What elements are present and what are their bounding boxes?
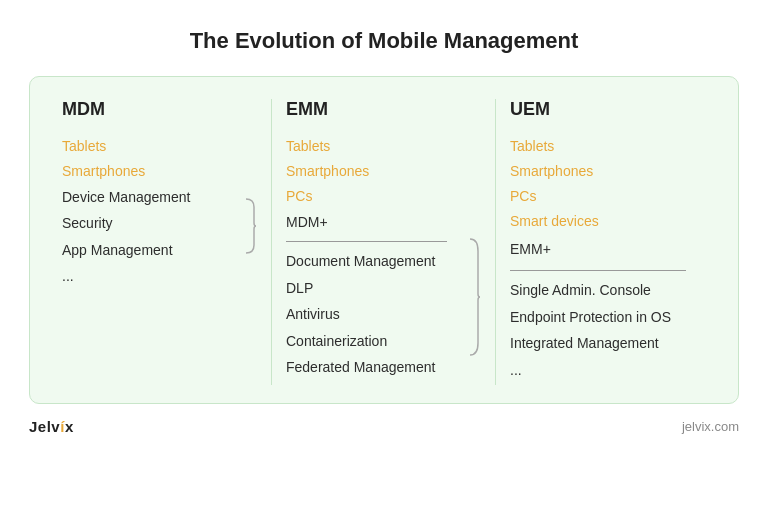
emm-orange-3: PCs [286, 186, 482, 207]
mdm-orange-1: Tablets [62, 136, 258, 157]
emm-divider [286, 241, 447, 242]
mdm-title: MDM [62, 99, 258, 120]
emm-title: EMM [286, 99, 482, 120]
emm-item-4: Containerization [286, 330, 465, 352]
emm-item-3: Antivirus [286, 303, 465, 325]
logo: Jelvíx [29, 418, 74, 435]
footer-url: jelvix.com [682, 419, 739, 434]
mdm-ellipsis: ... [62, 265, 258, 287]
uem-orange-1: Tablets [510, 136, 706, 157]
emm-divider-label: MDM+ [286, 211, 465, 233]
uem-item-3: Integrated Management [510, 332, 706, 354]
mdm-brace-icon [244, 186, 258, 265]
page-title: The Evolution of Mobile Management [190, 28, 579, 54]
mdm-item-3: App Management [62, 239, 241, 261]
diagram-container: MDM Tablets Smartphones Device Managemen… [29, 76, 739, 404]
mdm-brace-items: Device Management Security App Managemen… [62, 186, 241, 265]
uem-ellipsis: ... [510, 359, 706, 381]
uem-title: UEM [510, 99, 706, 120]
uem-divider [510, 270, 686, 271]
mdm-item-1: Device Management [62, 186, 241, 208]
emm-item-2: DLP [286, 277, 465, 299]
emm-brace-group: MDM+ Document Management DLP Antivirus C… [286, 211, 482, 382]
mdm-item-2: Security [62, 212, 241, 234]
uem-divider-label: EMM+ [510, 238, 706, 260]
emm-item-1: Document Management [286, 250, 465, 272]
footer: Jelvíx jelvix.com [29, 418, 739, 435]
column-mdm: MDM Tablets Smartphones Device Managemen… [48, 99, 272, 385]
emm-brace-icon [468, 211, 482, 382]
emm-orange-2: Smartphones [286, 161, 482, 182]
uem-orange-2: Smartphones [510, 161, 706, 182]
emm-item-5: Federated Management [286, 356, 465, 378]
column-emm: EMM Tablets Smartphones PCs MDM+ Documen… [272, 99, 496, 385]
uem-item-1: Single Admin. Console [510, 279, 706, 301]
emm-orange-1: Tablets [286, 136, 482, 157]
mdm-orange-2: Smartphones [62, 161, 258, 182]
uem-item-2: Endpoint Protection in OS [510, 306, 706, 328]
column-uem: UEM Tablets Smartphones PCs Smart device… [496, 99, 720, 385]
mdm-brace-group: Device Management Security App Managemen… [62, 186, 258, 265]
uem-orange-4: Smart devices [510, 211, 706, 232]
uem-orange-3: PCs [510, 186, 706, 207]
emm-brace-items: MDM+ Document Management DLP Antivirus C… [286, 211, 465, 382]
